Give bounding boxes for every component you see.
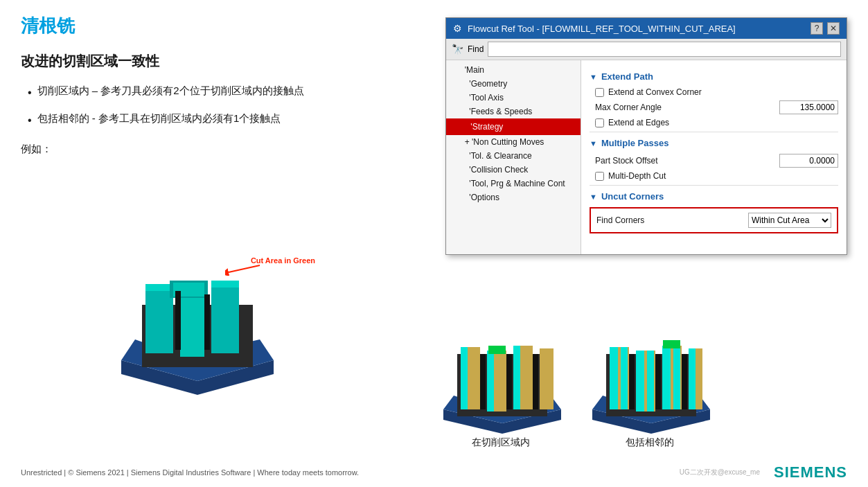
svg-rect-44 [682,354,687,409]
extend-convex-checkbox[interactable] [595,88,604,97]
watermark-text: UG二次开发@excuse_me [680,468,760,477]
multi-depth-row: Multi-Depth Cut [595,171,838,181]
svg-rect-23 [513,346,520,409]
small-viz-right: 包括相邻的 [585,319,714,449]
dialog-panel: ⚙ Flowcut Ref Tool - [FLOWMILL_REF_TOOL_… [445,17,847,255]
extend-edges-label: Extend at Edges [608,118,669,127]
uncut-corners-header: ▼ Uncut Corners [590,191,838,202]
find-corners-dropdown[interactable]: Within Cut Area Including Adjacent [748,213,831,228]
svg-rect-40 [647,351,654,411]
svg-rect-20 [540,348,553,409]
svg-rect-41 [673,346,680,409]
svg-line-1 [229,265,260,272]
footer-text: Unrestricted | © Siemens 2021 | Siemens … [21,468,359,477]
tree-item-non-cutting[interactable]: + 'Non Cutting Moves [446,135,581,149]
tree-item-strategy[interactable]: 'Strategy [446,118,581,135]
tree-item-options[interactable]: 'Options [446,191,581,204]
max-corner-input[interactable] [779,100,838,114]
tree-item-geometry[interactable]: 'Geometry [446,77,581,91]
uncut-corners-arrow: ▼ [590,193,597,201]
bullet-text-2: 包括相邻的 - 参考工具在切削区域内必须有1个接触点 [37,111,281,127]
max-corner-label: Max Corner Angle [595,103,662,112]
tree-item-tool-prg[interactable]: 'Tool, Prg & Machine Cont [446,177,581,191]
dialog-title-text: Flowcut Ref Tool - [FLOWMILL_REF_TOOL_WI… [468,24,736,34]
tree-item-main[interactable]: 'Main [446,63,581,77]
svg-rect-26 [533,354,538,409]
footer: Unrestricted | © Siemens 2021 | Siemens … [0,463,868,481]
bullet-text-1: 切削区域内 – 参考刀具必须有2个位于切削区域内的接触点 [37,83,304,99]
tree-item-collision[interactable]: 'Collision Check [446,163,581,177]
dialog-titlebar: ⚙ Flowcut Ref Tool - [FLOWMILL_REF_TOOL_… [446,18,847,39]
right-settings-panel: ▼ Extend Path Extend at Convex Corner Ma… [581,60,847,254]
svg-rect-7 [211,287,239,353]
footer-right: UG二次开发@excuse_me SIEMENS [680,463,847,481]
find-corners-label: Find Corners [596,215,644,225]
page-subtitle: 改进的切割区域一致性 [21,52,436,71]
viz-right-svg [585,319,714,434]
svg-rect-25 [506,354,512,409]
svg-rect-21 [461,347,468,409]
tree-panel: 'Main 'Geometry 'Tool Axis 'Feeds & Spee… [446,60,581,254]
multiple-passes-label: Multiple Passes [601,138,669,148]
svg-rect-37 [662,346,671,409]
cut-area-arrow [225,262,267,276]
bullet-dot-2: • [28,112,32,129]
svg-rect-22 [487,351,494,411]
extend-path-header: ▼ Extend Path [590,71,838,82]
help-button[interactable]: ? [811,22,823,35]
gear-icon: ⚙ [453,23,462,34]
close-button[interactable]: ✕ [827,22,840,35]
extend-edges-checkbox[interactable] [595,118,604,127]
svg-rect-35 [610,347,618,409]
extend-path-label: Extend Path [601,71,653,82]
part-stock-input[interactable] [779,154,838,168]
extend-edges-row: Extend at Edges [595,118,838,127]
tree-item-feeds-speeds[interactable]: 'Feeds & Speeds [446,105,581,118]
multiple-passes-header: ▼ Multiple Passes [590,138,838,148]
divider-2 [590,185,838,186]
dialog-title-left: ⚙ Flowcut Ref Tool - [FLOWMILL_REF_TOOL_… [453,23,736,34]
svg-rect-12 [175,291,181,350]
bullet-dot-1: • [28,85,32,101]
small-viz-left: 在切削区域内 [436,319,565,449]
extend-convex-label: Extend at Convex Corner [608,87,702,97]
svg-rect-43 [655,354,661,409]
uncut-corners-section: Find Corners Within Cut Area Including A… [590,207,838,233]
svg-rect-45 [663,340,680,348]
svg-rect-38 [689,348,696,409]
main-3d-container: Cut Area in Green [107,249,274,398]
left-panel: 清根铣 改进的切割区域一致性 • 切削区域内 – 参考刀具必须有2个位于切削区域… [21,14,436,163]
svg-rect-39 [621,347,628,409]
dialog-title-buttons: ? ✕ [811,22,840,35]
find-input[interactable] [488,42,841,57]
svg-rect-24 [480,354,486,409]
bullet-item-1: • 切削区域内 – 参考刀具必须有2个位于切削区域内的接触点 [28,83,436,101]
bullet-item-2: • 包括相邻的 - 参考工具在切削区域内必须有1个接触点 [28,111,436,129]
svg-rect-27 [488,346,506,354]
multi-depth-checkbox[interactable] [595,172,604,181]
find-label: Find [468,44,484,54]
multiple-passes-arrow: ▼ [590,139,597,148]
part-stock-row: Part Stock Offset [595,154,838,168]
max-corner-row: Max Corner Angle [595,100,838,114]
svg-marker-9 [211,281,239,287]
svg-rect-42 [629,354,635,409]
extend-path-arrow: ▼ [590,73,597,81]
viz-label-left: 在切削区域内 [436,436,565,449]
example-label: 例如： [21,143,436,156]
tree-item-tool-axis[interactable]: 'Tool Axis [446,91,581,105]
svg-rect-5 [145,291,173,353]
binocular-icon: 🔭 [452,44,463,55]
find-corners-row: Find Corners Within Cut Area Including A… [596,213,831,228]
tree-item-tol-clearance[interactable]: 'Tol. & Clearance [446,149,581,163]
svg-rect-36 [636,351,644,411]
uncut-corners-label: Uncut Corners [601,191,664,202]
page-title: 清根铣 [21,14,436,38]
svg-rect-13 [204,294,210,350]
extend-convex-row: Extend at Convex Corner [595,87,838,97]
dialog-body: 'Main 'Geometry 'Tool Axis 'Feeds & Spee… [446,60,847,254]
svg-rect-6 [180,298,204,357]
svg-marker-8 [145,284,173,291]
viz-left-svg [436,319,565,434]
part-stock-label: Part Stock Offset [595,156,657,166]
